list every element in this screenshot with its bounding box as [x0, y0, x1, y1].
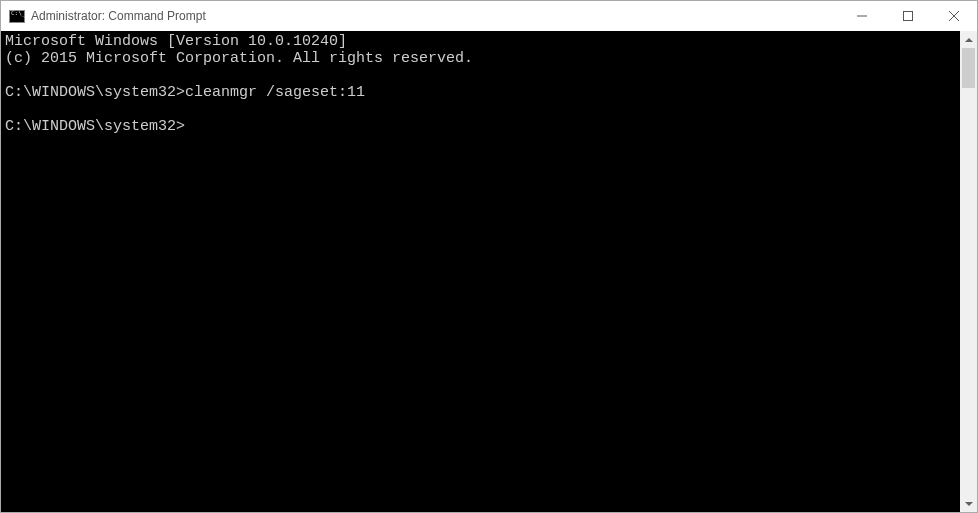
scroll-down-button[interactable]: [960, 495, 977, 512]
prompt: C:\WINDOWS\system32>: [5, 84, 185, 101]
terminal-line: (c) 2015 Microsoft Corporation. All righ…: [5, 50, 473, 67]
chevron-up-icon: [965, 38, 973, 42]
minimize-icon: [857, 11, 867, 21]
minimize-button[interactable]: [839, 1, 885, 31]
scroll-thumb[interactable]: [962, 48, 975, 88]
maximize-button[interactable]: [885, 1, 931, 31]
vertical-scrollbar[interactable]: [960, 31, 977, 512]
close-button[interactable]: [931, 1, 977, 31]
maximize-icon: [903, 11, 913, 21]
terminal-area: Microsoft Windows [Version 10.0.10240] (…: [1, 31, 977, 512]
titlebar[interactable]: Administrator: Command Prompt: [1, 1, 977, 31]
svg-rect-1: [904, 12, 913, 21]
prompt: C:\WINDOWS\system32>: [5, 118, 185, 135]
scroll-up-button[interactable]: [960, 31, 977, 48]
command-text: cleanmgr /sageset:11: [185, 84, 365, 101]
terminal[interactable]: Microsoft Windows [Version 10.0.10240] (…: [1, 31, 960, 512]
window-title: Administrator: Command Prompt: [31, 9, 206, 23]
chevron-down-icon: [965, 502, 973, 506]
cmd-icon: [9, 10, 25, 23]
svg-marker-5: [965, 502, 973, 506]
close-icon: [949, 11, 959, 21]
scroll-track[interactable]: [960, 48, 977, 495]
svg-marker-4: [965, 38, 973, 42]
window: Administrator: Command Prompt Microsoft …: [0, 0, 978, 513]
window-controls: [839, 1, 977, 31]
terminal-line: Microsoft Windows [Version 10.0.10240]: [5, 33, 347, 50]
